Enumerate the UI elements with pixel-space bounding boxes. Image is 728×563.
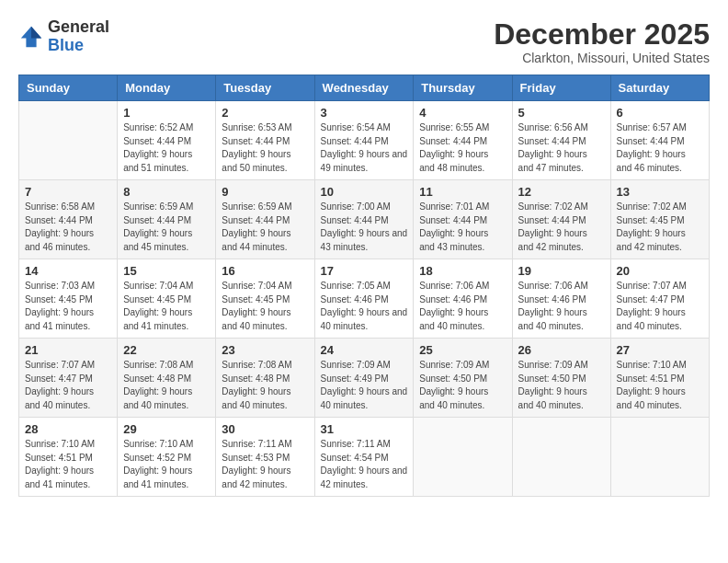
day-info: Sunrise: 7:10 AM Sunset: 4:52 PM Dayligh… [123, 438, 210, 491]
day-info: Sunrise: 7:10 AM Sunset: 4:51 PM Dayligh… [25, 438, 111, 491]
day-number: 31 [321, 422, 408, 436]
day-info: Sunrise: 6:54 AM Sunset: 4:44 PM Dayligh… [321, 121, 408, 175]
day-number: 3 [321, 106, 408, 120]
weekday-header-row: SundayMondayTuesdayWednesdayThursdayFrid… [19, 75, 710, 101]
week-row-4: 21Sunrise: 7:07 AM Sunset: 4:47 PM Dayli… [19, 339, 710, 418]
logo-text: General Blue [48, 18, 109, 55]
week-row-2: 7Sunrise: 6:58 AM Sunset: 4:44 PM Daylig… [19, 180, 710, 259]
day-number: 21 [25, 343, 111, 357]
day-number: 5 [518, 106, 605, 120]
day-number: 17 [321, 264, 408, 278]
weekday-header-wednesday: Wednesday [314, 75, 414, 101]
day-info: Sunrise: 7:08 AM Sunset: 4:48 PM Dayligh… [222, 359, 308, 412]
day-info: Sunrise: 7:09 AM Sunset: 4:49 PM Dayligh… [321, 359, 408, 412]
day-info: Sunrise: 7:09 AM Sunset: 4:50 PM Dayligh… [518, 359, 605, 412]
day-info: Sunrise: 7:04 AM Sunset: 4:45 PM Dayligh… [222, 280, 308, 333]
day-info: Sunrise: 6:59 AM Sunset: 4:44 PM Dayligh… [222, 201, 308, 254]
day-info: Sunrise: 7:00 AM Sunset: 4:44 PM Dayligh… [321, 201, 408, 254]
day-number: 28 [25, 422, 111, 436]
calendar-cell: 3Sunrise: 6:54 AM Sunset: 4:44 PM Daylig… [314, 101, 414, 180]
day-number: 22 [123, 343, 210, 357]
page-header: General Blue December 2025 Clarkton, Mis… [18, 18, 710, 65]
day-info: Sunrise: 7:02 AM Sunset: 4:45 PM Dayligh… [617, 201, 703, 254]
day-number: 9 [222, 185, 308, 199]
weekday-header-sunday: Sunday [19, 75, 118, 101]
calendar-table: SundayMondayTuesdayWednesdayThursdayFrid… [18, 75, 710, 497]
day-info: Sunrise: 6:59 AM Sunset: 4:44 PM Dayligh… [123, 201, 210, 254]
day-info: Sunrise: 7:02 AM Sunset: 4:44 PM Dayligh… [518, 201, 605, 254]
calendar-cell: 10Sunrise: 7:00 AM Sunset: 4:44 PM Dayli… [314, 180, 414, 259]
location-text: Clarkton, Missouri, United States [494, 51, 710, 65]
calendar-cell: 13Sunrise: 7:02 AM Sunset: 4:45 PM Dayli… [610, 180, 709, 259]
week-row-3: 14Sunrise: 7:03 AM Sunset: 4:45 PM Dayli… [19, 259, 710, 339]
day-info: Sunrise: 7:11 AM Sunset: 4:53 PM Dayligh… [222, 438, 308, 491]
day-number: 7 [25, 185, 111, 199]
day-number: 23 [222, 343, 308, 357]
day-info: Sunrise: 6:52 AM Sunset: 4:44 PM Dayligh… [123, 121, 210, 175]
weekday-header-monday: Monday [118, 75, 216, 101]
calendar-cell: 4Sunrise: 6:55 AM Sunset: 4:44 PM Daylig… [414, 101, 512, 180]
day-number: 10 [321, 185, 408, 199]
day-number: 14 [25, 264, 111, 278]
day-info: Sunrise: 6:53 AM Sunset: 4:44 PM Dayligh… [222, 121, 308, 175]
calendar-cell: 12Sunrise: 7:02 AM Sunset: 4:44 PM Dayli… [512, 180, 610, 259]
calendar-cell: 24Sunrise: 7:09 AM Sunset: 4:49 PM Dayli… [314, 339, 414, 418]
calendar-cell: 22Sunrise: 7:08 AM Sunset: 4:48 PM Dayli… [118, 339, 216, 418]
calendar-cell: 23Sunrise: 7:08 AM Sunset: 4:48 PM Dayli… [216, 339, 314, 418]
calendar-cell: 30Sunrise: 7:11 AM Sunset: 4:53 PM Dayli… [216, 418, 314, 497]
day-number: 30 [222, 422, 308, 436]
day-info: Sunrise: 7:08 AM Sunset: 4:48 PM Dayligh… [123, 359, 210, 412]
calendar-cell: 26Sunrise: 7:09 AM Sunset: 4:50 PM Dayli… [512, 339, 610, 418]
calendar-cell: 5Sunrise: 6:56 AM Sunset: 4:44 PM Daylig… [512, 101, 610, 180]
weekday-header-thursday: Thursday [414, 75, 512, 101]
day-number: 11 [419, 185, 506, 199]
day-info: Sunrise: 6:58 AM Sunset: 4:44 PM Dayligh… [25, 201, 111, 254]
calendar-cell: 31Sunrise: 7:11 AM Sunset: 4:54 PM Dayli… [314, 418, 414, 497]
day-number: 8 [123, 185, 210, 199]
day-info: Sunrise: 7:07 AM Sunset: 4:47 PM Dayligh… [617, 280, 703, 333]
day-info: Sunrise: 7:10 AM Sunset: 4:51 PM Dayligh… [617, 359, 703, 412]
day-info: Sunrise: 7:06 AM Sunset: 4:46 PM Dayligh… [518, 280, 605, 333]
calendar-cell: 7Sunrise: 6:58 AM Sunset: 4:44 PM Daylig… [19, 180, 118, 259]
day-number: 12 [518, 185, 605, 199]
logo-general-text: General [48, 17, 109, 36]
day-number: 1 [123, 106, 210, 120]
day-info: Sunrise: 7:06 AM Sunset: 4:46 PM Dayligh… [419, 280, 506, 333]
day-number: 20 [617, 264, 703, 278]
day-number: 13 [617, 185, 703, 199]
calendar-cell: 27Sunrise: 7:10 AM Sunset: 4:51 PM Dayli… [610, 339, 709, 418]
calendar-cell [414, 418, 512, 497]
calendar-cell: 11Sunrise: 7:01 AM Sunset: 4:44 PM Dayli… [414, 180, 512, 259]
calendar-cell [610, 418, 709, 497]
calendar-cell [19, 101, 118, 180]
day-info: Sunrise: 6:57 AM Sunset: 4:44 PM Dayligh… [617, 121, 703, 175]
day-info: Sunrise: 6:56 AM Sunset: 4:44 PM Dayligh… [518, 121, 605, 175]
calendar-cell: 16Sunrise: 7:04 AM Sunset: 4:45 PM Dayli… [216, 259, 314, 339]
logo: General Blue [18, 18, 109, 55]
day-info: Sunrise: 7:03 AM Sunset: 4:45 PM Dayligh… [25, 280, 111, 333]
week-row-5: 28Sunrise: 7:10 AM Sunset: 4:51 PM Dayli… [19, 418, 710, 497]
day-info: Sunrise: 7:09 AM Sunset: 4:50 PM Dayligh… [419, 359, 506, 412]
calendar-cell: 28Sunrise: 7:10 AM Sunset: 4:51 PM Dayli… [19, 418, 118, 497]
calendar-cell: 1Sunrise: 6:52 AM Sunset: 4:44 PM Daylig… [118, 101, 216, 180]
calendar-cell: 25Sunrise: 7:09 AM Sunset: 4:50 PM Dayli… [414, 339, 512, 418]
calendar-cell: 29Sunrise: 7:10 AM Sunset: 4:52 PM Dayli… [118, 418, 216, 497]
day-number: 26 [518, 343, 605, 357]
calendar-cell: 8Sunrise: 6:59 AM Sunset: 4:44 PM Daylig… [118, 180, 216, 259]
calendar-cell: 6Sunrise: 6:57 AM Sunset: 4:44 PM Daylig… [610, 101, 709, 180]
weekday-header-tuesday: Tuesday [216, 75, 314, 101]
calendar-cell: 19Sunrise: 7:06 AM Sunset: 4:46 PM Dayli… [512, 259, 610, 339]
week-row-1: 1Sunrise: 6:52 AM Sunset: 4:44 PM Daylig… [19, 101, 710, 180]
calendar-cell: 18Sunrise: 7:06 AM Sunset: 4:46 PM Dayli… [414, 259, 512, 339]
title-block: December 2025 Clarkton, Missouri, United… [494, 18, 710, 65]
weekday-header-saturday: Saturday [610, 75, 709, 101]
day-info: Sunrise: 7:07 AM Sunset: 4:47 PM Dayligh… [25, 359, 111, 412]
calendar-cell: 17Sunrise: 7:05 AM Sunset: 4:46 PM Dayli… [314, 259, 414, 339]
day-number: 24 [321, 343, 408, 357]
calendar-cell: 9Sunrise: 6:59 AM Sunset: 4:44 PM Daylig… [216, 180, 314, 259]
day-number: 27 [617, 343, 703, 357]
day-number: 2 [222, 106, 308, 120]
day-number: 4 [419, 106, 506, 120]
calendar-cell: 2Sunrise: 6:53 AM Sunset: 4:44 PM Daylig… [216, 101, 314, 180]
day-number: 16 [222, 264, 308, 278]
